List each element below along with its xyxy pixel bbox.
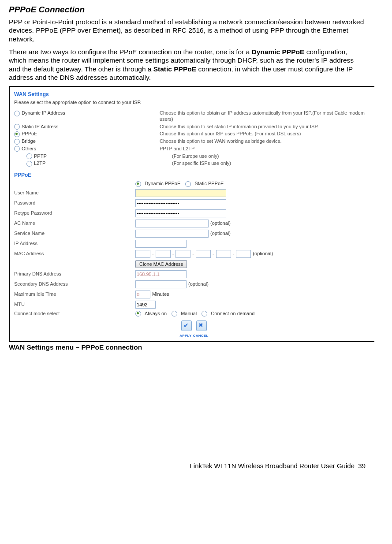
pppoe-section-heading: PPPoE (14, 172, 374, 179)
input-ip-address[interactable] (135, 240, 187, 248)
optional-mac: (optional) (253, 251, 273, 257)
radio-static-ip[interactable] (14, 124, 20, 130)
intro-paragraph-2: There are two ways to configure the PPoE… (9, 48, 366, 82)
input-password[interactable] (135, 199, 226, 207)
radio-dynamic-ip[interactable] (14, 111, 20, 116)
radio-static-pppoe[interactable] (185, 181, 191, 187)
footer-page-number: 39 (358, 462, 366, 469)
radio-dynamic-pppoe[interactable] (135, 181, 141, 187)
figure-caption: WAN Settings menu – PPPoE connection (9, 343, 366, 351)
para2-prefix: There are two ways to configure the PPoE… (9, 48, 252, 56)
radio-bridge[interactable] (14, 139, 20, 145)
label-mac-address: MAC Address (14, 251, 135, 257)
optional-sdns: (optional) (188, 281, 209, 287)
wan-settings-heading: WAN Settings (14, 91, 374, 98)
desc-l2tp: (For specific ISPs use only) (172, 160, 374, 167)
apply-cancel-bar: APPLY CANCEL (14, 320, 374, 339)
input-mac-2[interactable] (156, 250, 171, 258)
label-bridge: Bridge (22, 138, 36, 145)
minutes-label: Minutes (152, 291, 169, 298)
label-others: Others (22, 146, 36, 152)
label-pptp: PPTP (34, 153, 47, 160)
desc-bridge: Choose this option to set WAN working as… (160, 138, 374, 145)
page-footer: LinkTek WL11N Wireless Broadband Router … (9, 462, 366, 470)
desc-pptp: (For Europe use only) (172, 153, 374, 160)
label-on-demand: Connect on demand (211, 311, 254, 317)
cancel-icon[interactable] (196, 320, 207, 331)
apply-icon[interactable] (181, 320, 192, 331)
para2-bold-dynamic: Dynamic PPPoE (252, 48, 305, 56)
label-retype-password: Retype Password (14, 210, 135, 216)
label-manual: Manual (181, 311, 197, 317)
radio-pptp[interactable] (26, 153, 32, 159)
label-primary-dns: Primary DNS Address (14, 271, 135, 277)
label-username: User Name (14, 190, 135, 196)
label-password: Password (14, 200, 135, 206)
cancel-label: CANCEL (193, 334, 209, 338)
input-retype-password[interactable] (135, 209, 226, 217)
label-static-pppoe: Static PPPoE (194, 181, 224, 187)
radio-others[interactable] (14, 146, 20, 152)
input-service-name[interactable] (135, 230, 209, 238)
label-dynamic-pppoe: Dynamic PPPoE (145, 181, 180, 187)
input-mac-5[interactable] (216, 250, 231, 258)
label-connect-mode: Connect mode select (14, 311, 135, 317)
input-secondary-dns[interactable] (135, 280, 187, 288)
radio-manual[interactable] (172, 311, 177, 317)
footer-text: LinkTek WL11N Wireless Broadband Router … (190, 462, 355, 469)
input-mac-1[interactable] (135, 250, 150, 258)
radio-on-demand[interactable] (202, 311, 207, 317)
radio-always-on[interactable] (135, 311, 141, 317)
input-primary-dns[interactable] (135, 270, 187, 278)
para2-bold-static: Static PPPoE (153, 65, 196, 73)
label-pppoe: PPPoE (22, 131, 37, 137)
section-title: PPPoE Connection (9, 4, 366, 15)
input-ac-name[interactable] (135, 220, 209, 227)
intro-paragraph-1: PPP or Point-to-Point protocol is a stan… (9, 18, 366, 43)
label-secondary-dns: Secondary DNS Address (14, 281, 135, 287)
radio-l2tp[interactable] (26, 161, 32, 167)
desc-others: PPTP and L2TP (160, 146, 374, 152)
wan-settings-subtext: Please select the appropriate option to … (14, 100, 374, 106)
input-mtu[interactable] (135, 301, 156, 309)
label-ac-name: AC Name (14, 220, 135, 227)
input-max-idle[interactable] (135, 291, 150, 298)
label-dynamic-ip: Dynamic IP Address (22, 110, 65, 116)
radio-pppoe[interactable] (14, 131, 20, 137)
input-username[interactable] (135, 189, 226, 197)
desc-pppoe: Choose this option if your ISP uses PPPo… (160, 131, 374, 137)
desc-dynamic-ip: Choose this option to obtain an IP addre… (160, 110, 374, 123)
input-mac-3[interactable] (175, 250, 190, 258)
optional-service: (optional) (210, 231, 231, 237)
label-l2tp: L2TP (34, 160, 45, 167)
label-always-on: Always on (145, 311, 167, 317)
desc-static-ip: Choose this option to set static IP info… (160, 124, 374, 130)
label-service-name: Service Name (14, 231, 135, 237)
clone-mac-button[interactable]: Clone MAC Address (135, 260, 187, 268)
input-mac-6[interactable] (236, 250, 251, 258)
apply-label: APPLY (179, 334, 191, 338)
wan-settings-figure: WAN Settings Please select the appropria… (9, 86, 374, 342)
label-mtu: MTU (14, 302, 135, 308)
input-mac-4[interactable] (196, 250, 211, 258)
label-max-idle: Maximum Idle Time (14, 291, 135, 298)
optional-ac: (optional) (210, 220, 231, 227)
label-ip-address: IP Address (14, 241, 135, 247)
label-static-ip: Static IP Address (22, 124, 59, 130)
